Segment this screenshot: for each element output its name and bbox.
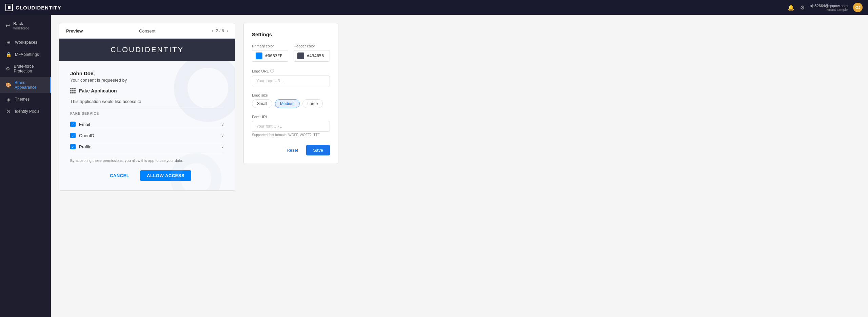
app-logo-text: CLOUDIDENTITY — [66, 45, 228, 54]
logo-icon — [5, 4, 13, 11]
settings-title: Settings — [252, 31, 330, 37]
header-color-swatch — [297, 52, 304, 59]
service-label: FAKE SERVICE — [70, 112, 224, 115]
logo-size-label: Logo size — [252, 93, 330, 97]
brute-force-icon: ⚙ — [5, 66, 10, 71]
sidebar-item-brute-force[interactable]: ⚙ Brute-force Protection — [0, 61, 51, 77]
font-hint: Supported font formats: WOFF, WOFF2, TTF… — [252, 133, 330, 137]
back-sub: workforce — [13, 26, 29, 30]
next-page-arrow[interactable]: › — [226, 28, 228, 34]
logo-url-label: Logo URL ⓘ — [252, 68, 330, 73]
divider-1 — [70, 108, 224, 108]
back-arrow-icon: ↩ — [5, 22, 10, 29]
topnav-right: 🔔 ⚙ ojs82664@qopow.com tenant sample OJ — [788, 3, 863, 12]
app-logo: CLOUDIDENTITY — [5, 4, 61, 11]
footer-text: By accepting these permissions, you allo… — [70, 158, 224, 164]
email-expand-icon[interactable]: ∨ — [221, 122, 224, 127]
primary-color-swatch — [256, 52, 262, 59]
back-text: Back workforce — [13, 21, 29, 30]
header-color-value: #434656 — [307, 54, 324, 58]
app-grid-icon — [70, 88, 76, 93]
size-medium-button[interactable]: Medium — [275, 99, 300, 108]
reset-button[interactable]: Reset — [282, 145, 302, 155]
mfa-icon: 🔒 — [5, 52, 12, 57]
size-buttons: Small Medium Large — [252, 99, 330, 108]
profile-expand-icon[interactable]: ∨ — [221, 144, 224, 149]
openid-expand-icon[interactable]: ∨ — [221, 133, 224, 138]
primary-color-field: Primary color #0083FF — [252, 44, 288, 62]
size-large-button[interactable]: Large — [302, 99, 323, 108]
settings-footer: Reset Save — [252, 145, 330, 155]
logo-url-info-icon[interactable]: ⓘ — [270, 68, 274, 73]
logo-url-input[interactable] — [252, 76, 330, 86]
settings-panel: Settings Primary color #0083FF Header co… — [243, 23, 338, 164]
preview-body: CLOUDIDENTITY John Doe, Your consent is … — [59, 39, 235, 190]
themes-icon: ◈ — [5, 97, 12, 102]
sidebar-item-label: MFA Settings — [15, 52, 39, 57]
logo-part1: CLOUD — [111, 45, 142, 54]
font-url-field: Font URL Supported font formats: WOFF, W… — [252, 115, 330, 137]
prev-page-arrow[interactable]: ‹ — [212, 28, 213, 34]
sidebar-item-label: Workspaces — [15, 40, 37, 45]
back-label: Back — [13, 21, 29, 26]
consent-item-profile: Profile ∨ — [70, 141, 224, 152]
user-email: ojs82664@qopow.com — [810, 4, 848, 8]
sidebar-item-identity-pools[interactable]: ⊙ Identity Pools — [0, 105, 51, 118]
app-name: Fake Application — [79, 88, 117, 93]
preview-title: Preview — [66, 28, 83, 34]
cancel-button[interactable]: CANCEL — [103, 170, 136, 181]
logo-size-field: Logo size Small Medium Large — [252, 93, 330, 108]
color-row: Primary color #0083FF Header color #4346… — [252, 44, 330, 62]
notification-bell-icon[interactable]: 🔔 — [788, 4, 794, 11]
allow-access-button[interactable]: ALLOW ACCESS — [140, 170, 191, 181]
back-button[interactable]: ↩ Back workforce — [0, 18, 51, 34]
size-small-button[interactable]: Small — [252, 99, 272, 108]
sidebar-item-label: Brand Appearance — [15, 80, 45, 90]
logo-text: CLOUDIDENTITY — [16, 5, 61, 10]
item-left: Email — [70, 122, 90, 127]
workspaces-icon: ⊞ — [5, 40, 12, 45]
header-color-input[interactable]: #434656 — [294, 50, 330, 62]
consent-greeting: John Doe, — [70, 70, 224, 76]
consent-item-openid: OpenID ∨ — [70, 130, 224, 141]
brand-icon: 🎨 — [5, 82, 11, 88]
preview-nav: ‹ 2 / 6 › — [212, 28, 228, 34]
consent-sub: Your consent is requested by — [70, 78, 224, 83]
sidebar-item-label: Identity Pools — [15, 109, 39, 114]
tenant-name: tenant sample — [826, 8, 848, 12]
email-checkbox[interactable] — [70, 122, 76, 127]
app-row: Fake Application — [70, 88, 224, 93]
primary-color-value: #0083FF — [265, 54, 282, 58]
save-button[interactable]: Save — [306, 145, 330, 155]
font-url-label: Font URL — [252, 115, 330, 119]
sidebar-item-themes[interactable]: ◈ Themes — [0, 93, 51, 105]
item-left: Profile — [70, 144, 92, 149]
consent-buttons: CANCEL ALLOW ACCESS — [70, 170, 224, 181]
openid-label: OpenID — [79, 133, 94, 138]
sidebar-item-workspaces[interactable]: ⊞ Workspaces — [0, 36, 51, 48]
email-label: Email — [79, 122, 90, 127]
sidebar-item-label: Themes — [15, 97, 29, 102]
primary-color-input[interactable]: #0083FF — [252, 50, 288, 62]
consent-item-email: Email ∨ — [70, 119, 224, 130]
sidebar-item-label: Brute-force Protection — [14, 64, 45, 73]
avatar[interactable]: OJ — [853, 3, 863, 12]
item-left: OpenID — [70, 133, 94, 138]
logo-url-field: Logo URL ⓘ — [252, 68, 330, 86]
app-header: CLOUDIDENTITY — [59, 39, 235, 61]
profile-checkbox[interactable] — [70, 144, 76, 149]
header-color-field: Header color #434656 — [294, 44, 330, 62]
font-url-input[interactable] — [252, 121, 330, 132]
settings-gear-icon[interactable]: ⚙ — [800, 4, 805, 11]
preview-header: Preview Consent ‹ 2 / 6 › — [59, 23, 235, 39]
openid-checkbox[interactable] — [70, 133, 76, 138]
identity-pools-icon: ⊙ — [5, 109, 12, 114]
header-color-label: Header color — [294, 44, 330, 48]
sidebar-item-mfa-settings[interactable]: 🔒 MFA Settings — [0, 48, 51, 61]
sidebar-item-brand-appearance[interactable]: 🎨 Brand Appearance — [0, 77, 51, 93]
consent-content: John Doe, Your consent is requested by F… — [59, 61, 235, 190]
tenant-info: ojs82664@qopow.com tenant sample — [810, 4, 848, 12]
top-navigation: CLOUDIDENTITY 🔔 ⚙ ojs82664@qopow.com ten… — [0, 0, 868, 15]
sidebar: ↩ Back workforce ⊞ Workspaces 🔒 MFA Sett… — [0, 15, 51, 317]
primary-color-label: Primary color — [252, 44, 288, 48]
